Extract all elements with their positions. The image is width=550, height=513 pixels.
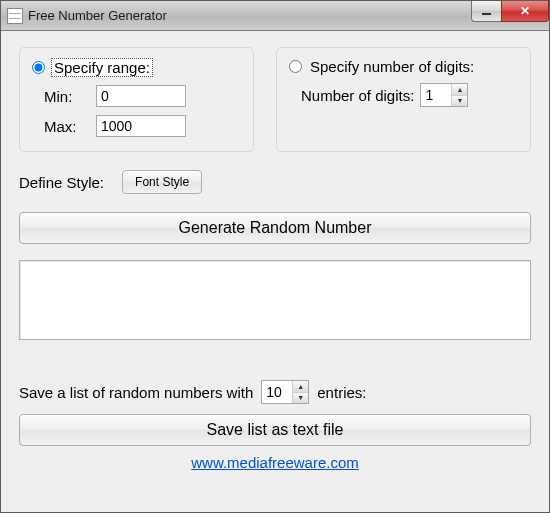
max-label: Max:	[44, 118, 96, 135]
max-row: Max:	[44, 115, 241, 137]
style-row: Define Style: Font Style	[19, 170, 531, 194]
app-window: Free Number Generator Specify range: Min…	[0, 0, 550, 513]
digits-down-button[interactable]: ▼	[452, 96, 467, 107]
min-label: Min:	[44, 88, 96, 105]
titlebar: Free Number Generator	[1, 1, 549, 31]
digits-input[interactable]	[421, 84, 451, 106]
save-suffix: entries:	[317, 384, 366, 401]
digits-radio-row: Specify number of digits:	[289, 58, 518, 75]
footer-link[interactable]: www.mediafreeware.com	[191, 454, 359, 471]
save-btn-row: Save list as text file	[19, 414, 531, 446]
minimize-button[interactable]	[471, 1, 501, 22]
entries-down-button[interactable]: ▼	[293, 393, 308, 404]
minimize-icon	[482, 13, 491, 15]
min-row: Min:	[44, 85, 241, 107]
digits-label: Number of digits:	[301, 87, 414, 104]
digits-radio-label[interactable]: Specify number of digits:	[308, 58, 476, 75]
font-style-button[interactable]: Font Style	[122, 170, 202, 194]
entries-input[interactable]	[262, 381, 292, 403]
window-title: Free Number Generator	[28, 8, 471, 23]
min-input[interactable]	[96, 85, 186, 107]
range-radio-row: Specify range:	[32, 58, 241, 77]
window-controls	[471, 1, 549, 23]
footer: www.mediafreeware.com	[19, 446, 531, 481]
save-prefix: Save a list of random numbers with	[19, 384, 253, 401]
digits-stepper[interactable]: ▲ ▼	[420, 83, 468, 107]
close-icon	[520, 4, 530, 18]
window-body: Specify range: Min: Max: Specify number …	[1, 31, 549, 512]
digits-radio[interactable]	[289, 60, 302, 73]
range-label[interactable]: Specify range:	[51, 58, 153, 77]
range-radio[interactable]	[32, 61, 45, 74]
digits-group: Specify number of digits: Number of digi…	[276, 47, 531, 152]
digits-row: Number of digits: ▲ ▼	[301, 83, 518, 107]
max-input[interactable]	[96, 115, 186, 137]
style-label: Define Style:	[19, 174, 104, 191]
save-list-button[interactable]: Save list as text file	[19, 414, 531, 446]
mode-row: Specify range: Min: Max: Specify number …	[19, 47, 531, 152]
digits-up-button[interactable]: ▲	[452, 84, 467, 96]
output-box[interactable]	[19, 260, 531, 340]
app-icon	[7, 8, 23, 24]
entries-stepper[interactable]: ▲ ▼	[261, 380, 309, 404]
entries-up-button[interactable]: ▲	[293, 381, 308, 393]
generate-button[interactable]: Generate Random Number	[19, 212, 531, 244]
close-button[interactable]	[501, 1, 549, 22]
generate-area: Generate Random Number	[19, 212, 531, 340]
save-row: Save a list of random numbers with ▲ ▼ e…	[19, 380, 531, 404]
range-group: Specify range: Min: Max:	[19, 47, 254, 152]
